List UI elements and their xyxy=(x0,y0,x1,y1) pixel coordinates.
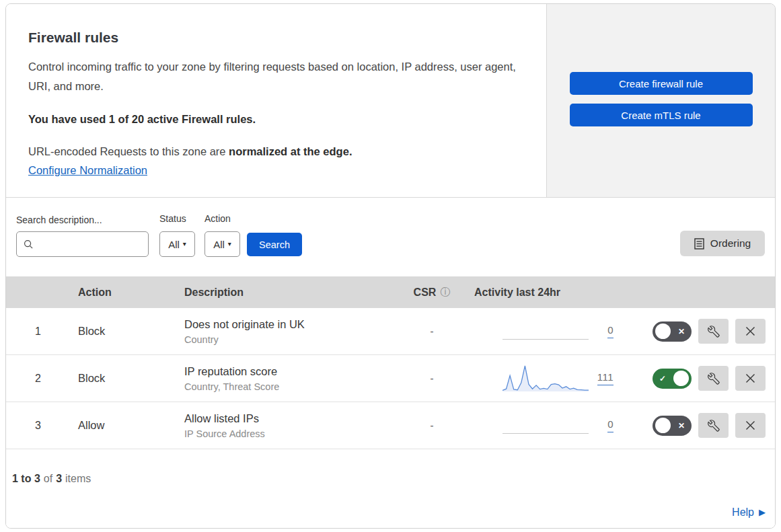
page-title: Firewall rules xyxy=(28,30,516,46)
delete-rule-button[interactable] xyxy=(735,366,766,391)
normalization-text: URL-encoded Requests to this zone are xyxy=(28,145,229,157)
close-icon xyxy=(745,326,755,336)
search-description-label: Search description... xyxy=(16,215,102,225)
rule-action: Allow xyxy=(70,419,184,432)
ordering-list-icon xyxy=(694,238,704,250)
toggle-on-icon: ✓ xyxy=(655,374,670,383)
sparkline-empty xyxy=(503,315,589,348)
rule-description: Allow listed IPs xyxy=(184,412,395,425)
help-label: Help xyxy=(732,506,754,519)
activity-count-link[interactable]: 0 xyxy=(607,324,613,338)
rule-action: Block xyxy=(70,372,184,385)
action-label: Action xyxy=(204,213,231,224)
rule-priority: 1 xyxy=(6,326,70,338)
create-mtls-rule-button[interactable]: Create mTLS rule xyxy=(570,104,753,126)
top-section: Firewall rules Control incoming traffic … xyxy=(6,4,775,198)
wrench-icon xyxy=(708,326,720,338)
table-row: 1 Block Does not originate in UK Country… xyxy=(6,308,775,355)
rule-description-cell: Allow listed IPs IP Source Address xyxy=(184,412,395,439)
activity-column-header: Activity last 24hr xyxy=(469,287,613,299)
table-row: 3 Allow Allow listed IPs IP Source Addre… xyxy=(6,402,775,449)
items-text: items xyxy=(65,473,91,485)
sparkline-flat-line xyxy=(503,339,589,340)
help-arrow-icon: ▶ xyxy=(759,507,766,517)
normalization-note: URL-encoded Requests to this zone are no… xyxy=(28,145,516,158)
edit-rule-button[interactable] xyxy=(698,366,729,391)
filter-bar: Search description... Status All ▾ Actio… xyxy=(6,198,775,276)
rule-description-cell: Does not originate in UK Country xyxy=(184,318,395,345)
toggle-off-icon: ✕ xyxy=(674,327,689,336)
close-icon xyxy=(745,373,755,383)
of-text: of xyxy=(44,473,52,485)
sparkline-empty xyxy=(503,409,589,443)
search-input-box[interactable] xyxy=(16,231,149,257)
pagination-summary: 1 to 3 of 3 items xyxy=(6,449,775,496)
range-text: 1 to 3 xyxy=(12,473,40,485)
toggle-knob xyxy=(655,324,671,339)
rule-fields: Country, Threat Score xyxy=(184,381,395,392)
chevron-down-icon: ▾ xyxy=(228,241,231,248)
search-icon xyxy=(24,239,34,250)
rule-enabled-toggle[interactable]: ✕ xyxy=(653,416,692,436)
rule-activity-cell: 0 xyxy=(469,315,613,348)
rule-enabled-toggle[interactable]: ✓ xyxy=(653,369,692,389)
rule-priority: 2 xyxy=(6,373,70,385)
rule-controls: ✕ xyxy=(613,319,775,344)
rule-activity-cell: 111 xyxy=(469,362,613,395)
edit-rule-button[interactable] xyxy=(698,413,729,438)
rule-csr: - xyxy=(395,420,469,431)
toggle-knob xyxy=(655,418,671,433)
sparkline-flat-line xyxy=(503,433,589,434)
activity-count-link[interactable]: 111 xyxy=(597,371,613,385)
rule-activity-cell: 0 xyxy=(469,409,613,443)
rule-fields: Country xyxy=(184,334,395,345)
status-dropdown[interactable]: All ▾ xyxy=(159,231,195,257)
rule-enabled-toggle[interactable]: ✕ xyxy=(653,321,692,342)
rule-description: Does not originate in UK xyxy=(184,318,395,331)
rule-description-cell: IP reputation score Country, Threat Scor… xyxy=(184,365,395,392)
usage-summary: You have used 1 of 20 active Firewall ru… xyxy=(28,113,516,126)
configure-normalization-link[interactable]: Configure Normalization xyxy=(28,164,147,176)
normalization-bold: normalized at the edge. xyxy=(229,145,352,157)
rule-controls: ✓ xyxy=(613,366,775,391)
search-button[interactable]: Search xyxy=(247,233,302,256)
status-label: Status xyxy=(159,213,186,224)
wrench-icon xyxy=(708,373,720,385)
csr-header-label: CSR xyxy=(414,287,437,299)
rule-description: IP reputation score xyxy=(184,365,395,378)
action-value: All xyxy=(213,239,225,250)
activity-count-link[interactable]: 0 xyxy=(607,418,613,432)
info-icon[interactable]: ⓘ xyxy=(440,286,450,299)
sparkline-chart xyxy=(503,363,589,394)
delete-rule-button[interactable] xyxy=(735,319,766,344)
page-description: Control incoming traffic to your zone by… xyxy=(28,57,516,96)
table-header: Action Description CSR ⓘ Activity last 2… xyxy=(6,276,775,308)
delete-rule-button[interactable] xyxy=(735,413,766,438)
chevron-down-icon: ▾ xyxy=(183,241,186,248)
close-icon xyxy=(745,420,755,430)
action-dropdown[interactable]: All ▾ xyxy=(204,231,240,257)
rule-controls: ✕ xyxy=(613,413,775,438)
rule-priority: 3 xyxy=(6,420,70,432)
intro-panel: Firewall rules Control incoming traffic … xyxy=(6,4,547,197)
status-value: All xyxy=(168,239,180,250)
activity-sparkline xyxy=(503,362,589,395)
description-column-header: Description xyxy=(184,287,395,299)
rule-csr: - xyxy=(395,373,469,384)
ordering-label: Ordering xyxy=(710,237,751,250)
toggle-off-icon: ✕ xyxy=(674,421,689,430)
help-row: Help ▶ xyxy=(6,496,775,528)
firewall-rules-card: Firewall rules Control incoming traffic … xyxy=(5,3,776,529)
rule-action: Block xyxy=(70,325,184,338)
rule-csr: - xyxy=(395,326,469,337)
create-firewall-rule-button[interactable]: Create firewall rule xyxy=(570,72,753,95)
rule-fields: IP Source Address xyxy=(184,428,395,439)
action-column-header: Action xyxy=(70,287,184,299)
table-row: 2 Block IP reputation score Country, Thr… xyxy=(6,355,775,402)
edit-rule-button[interactable] xyxy=(698,319,729,344)
ordering-button[interactable]: Ordering xyxy=(680,231,765,256)
search-input[interactable] xyxy=(39,238,141,250)
csr-column-header: CSR ⓘ xyxy=(395,286,469,299)
help-link[interactable]: Help ▶ xyxy=(732,506,766,519)
wrench-icon xyxy=(708,420,720,432)
